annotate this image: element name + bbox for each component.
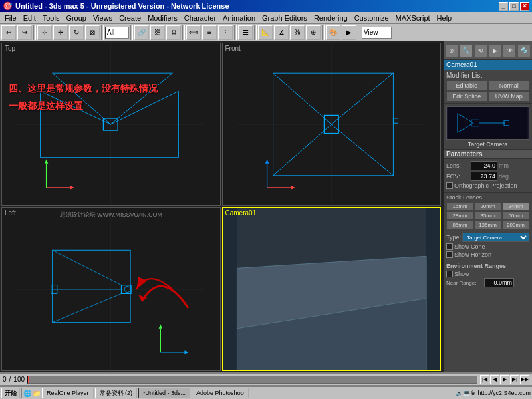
scale-button[interactable]: ⊠ xyxy=(85,25,100,40)
lens-50mm[interactable]: 50mm xyxy=(502,211,529,220)
toolbar-separator-5 xyxy=(234,25,237,40)
type-select[interactable]: Target Camera Free Camera xyxy=(462,233,529,242)
uvw-map-btn[interactable]: UVW Map xyxy=(489,91,530,102)
minimize-button[interactable]: _ xyxy=(499,2,508,11)
lens-unit: mm xyxy=(499,162,509,169)
right-panel: ⊕ 🔧 ⟲ ▶ 👁 🔩 Camera01 Modifier List Edita… xyxy=(442,41,532,372)
percent-snap-button[interactable]: % xyxy=(290,25,305,40)
select-button[interactable]: ⊹ xyxy=(37,25,52,40)
lens-15mm[interactable]: 15mm xyxy=(446,202,473,211)
normal-btn[interactable]: Normal xyxy=(489,80,530,91)
start-button[interactable]: 开始 xyxy=(1,388,20,398)
env-show-checkbox[interactable] xyxy=(446,271,453,277)
render-button[interactable]: 🎨 xyxy=(326,25,340,40)
toolbar-separator-8 xyxy=(358,25,360,40)
lens-85mm[interactable]: 85mm xyxy=(446,221,473,229)
menu-character[interactable]: Character xyxy=(181,13,219,23)
redo-button[interactable]: ↪ xyxy=(17,25,32,40)
lens-value-input[interactable] xyxy=(471,161,497,170)
taskbar-icons: 🌐 📁 xyxy=(23,390,41,397)
menu-views[interactable]: Views xyxy=(90,13,116,23)
spinner-snap-button[interactable]: ⊕ xyxy=(306,25,321,40)
viewport-top[interactable]: Top 四、这里是常规参数，没有特殊情况 xyxy=(1,43,221,206)
menu-maxscript[interactable]: MAXScript xyxy=(392,13,434,23)
named-select-button[interactable]: ☰ xyxy=(238,25,253,40)
maximize-button[interactable]: □ xyxy=(509,2,519,11)
lens-24mm[interactable]: 24mm xyxy=(502,202,529,211)
toolbar-all-input[interactable] xyxy=(105,27,129,39)
unlink-button[interactable]: ⛓ xyxy=(150,25,165,40)
orthographic-checkbox[interactable] xyxy=(446,182,453,189)
menu-animation[interactable]: Animation xyxy=(219,13,259,23)
fov-value-input[interactable] xyxy=(471,172,497,181)
lens-200mm[interactable]: 200mm xyxy=(502,221,529,229)
lens-135mm[interactable]: 135mm xyxy=(474,221,501,229)
edit-spline-btn[interactable]: Edit Spline xyxy=(446,91,487,102)
go-start-button[interactable]: |◀ xyxy=(480,375,489,384)
ie-icon[interactable]: 🌐 xyxy=(23,390,31,397)
viewport-front-svg xyxy=(223,43,441,205)
move-button[interactable]: ✛ xyxy=(53,25,68,40)
menu-rendering[interactable]: Rendering xyxy=(311,13,351,23)
parameters-header: Parameters xyxy=(444,150,532,159)
undo-button[interactable]: ↩ xyxy=(1,25,16,40)
menu-file[interactable]: File xyxy=(1,13,20,23)
go-end-button[interactable]: ▶▶ xyxy=(520,375,529,384)
link-button[interactable]: 🔗 xyxy=(134,25,149,40)
menu-group[interactable]: Group xyxy=(63,13,90,23)
lens-28mm[interactable]: 28mm xyxy=(446,211,473,220)
prev-frame-button[interactable]: ◀ xyxy=(490,375,499,384)
snap-button[interactable]: 📐 xyxy=(258,25,273,40)
window-title: Untitled - 3ds max 5 - Unregistered Vers… xyxy=(15,2,229,10)
taskbar-photoshop[interactable]: Adobe Photoshop xyxy=(192,388,249,398)
taskbar-realplayer[interactable]: RealOne Player xyxy=(42,388,94,398)
display-panel-btn[interactable]: 👁 xyxy=(503,44,516,57)
taskbar-materials[interactable]: 常备资料 (2) xyxy=(95,388,138,398)
lens-35mm[interactable]: 35mm xyxy=(474,211,501,220)
menu-modifiers[interactable]: Modifiers xyxy=(144,13,181,23)
menu-edit[interactable]: Edit xyxy=(20,13,39,23)
quick-render-button[interactable]: ▶ xyxy=(342,25,356,40)
menu-tools[interactable]: Tools xyxy=(39,13,63,23)
viewport-camera-svg xyxy=(223,208,441,370)
rotate-button[interactable]: ↻ xyxy=(69,25,84,40)
stock-lenses-label: Stock Lenses xyxy=(446,194,529,201)
timeline-track[interactable] xyxy=(27,376,477,384)
show-horizon-checkbox[interactable] xyxy=(446,251,453,258)
view-input[interactable] xyxy=(362,27,392,39)
viewport-top-label: Top xyxy=(5,45,15,52)
viewport-left-svg xyxy=(2,208,220,370)
next-frame-button[interactable]: ▶| xyxy=(510,375,519,384)
hierarchy-panel-btn[interactable]: ⟲ xyxy=(474,44,487,57)
bind-button[interactable]: ⚙ xyxy=(166,25,181,40)
viewport-camera[interactable]: Camera01 xyxy=(222,207,442,371)
title-bar-controls[interactable]: _ □ ✕ xyxy=(499,2,529,11)
menu-customize[interactable]: Customize xyxy=(351,13,392,23)
show-cone-label: Show Cone xyxy=(454,243,485,250)
modify-panel-btn[interactable]: 🔧 xyxy=(460,44,473,57)
editable-btn[interactable]: Editable xyxy=(446,80,487,91)
menu-help[interactable]: Help xyxy=(434,13,456,23)
menu-create[interactable]: Create xyxy=(116,13,144,23)
create-panel-btn[interactable]: ⊕ xyxy=(445,44,458,57)
folder-icon[interactable]: 📁 xyxy=(33,390,41,397)
show-cone-checkbox[interactable] xyxy=(446,243,453,250)
taskbar-3dsmax[interactable]: *Untitled - 3ds... xyxy=(138,388,190,398)
target-camera-section: Target Camera xyxy=(444,104,532,150)
align-button[interactable]: ≡ xyxy=(202,25,217,40)
utilities-panel-btn[interactable]: 🔩 xyxy=(517,44,531,57)
array-button[interactable]: ⋮ xyxy=(218,25,233,40)
close-button[interactable]: ✕ xyxy=(520,2,529,11)
type-row: Type: Target Camera Free Camera xyxy=(446,233,529,242)
lens-20mm[interactable]: 20mm xyxy=(474,202,501,211)
near-range-input[interactable] xyxy=(484,278,514,287)
fov-row: FOV: deg xyxy=(446,172,529,181)
viewport-left[interactable]: Left 思源设计论坛 WWW.MISSVUAN.COM xyxy=(1,207,221,371)
play-button[interactable]: ▶ xyxy=(500,375,509,384)
viewport-front-label: Front xyxy=(225,45,241,52)
motion-panel-btn[interactable]: ▶ xyxy=(489,44,502,57)
menu-graph-editors[interactable]: Graph Editors xyxy=(259,13,311,23)
angle-snap-button[interactable]: ∡ xyxy=(274,25,289,40)
viewport-front[interactable]: Front xyxy=(222,43,442,206)
mirror-button[interactable]: ⟺ xyxy=(186,25,201,40)
